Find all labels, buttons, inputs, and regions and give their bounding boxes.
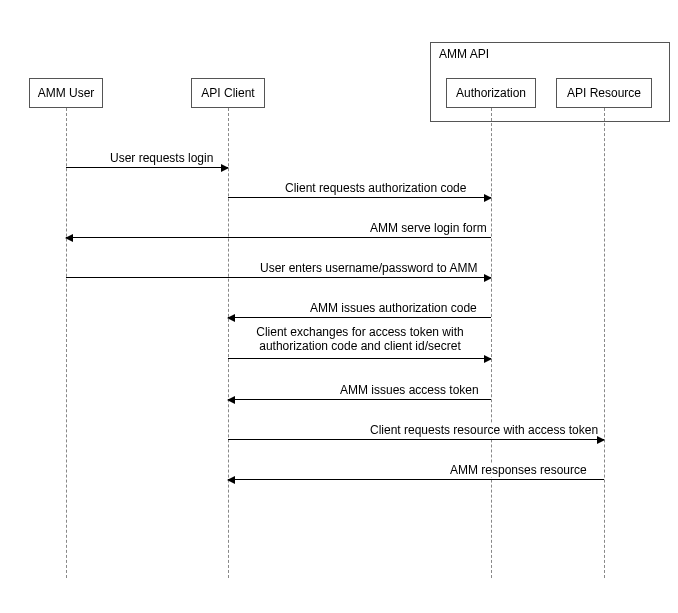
msg-2: Client requests authorization code [285,181,466,195]
sequence-diagram: AMM API AMM User API Client Authorizatio… [0,0,678,613]
arrow-1 [66,167,228,168]
lifeline-user [66,108,67,578]
msg-6: Client exchanges for access token with a… [240,325,480,354]
participant-auth: Authorization [446,78,536,108]
participant-user-label: AMM User [38,86,95,100]
participant-resource-label: API Resource [567,86,641,100]
lifeline-client [228,108,229,578]
arrow-5 [228,317,491,318]
lifeline-auth [491,108,492,578]
participant-client-label: API Client [201,86,254,100]
arrow-4 [66,277,491,278]
arrow-6 [228,358,491,359]
arrow-9 [228,479,604,480]
arrow-7 [228,399,491,400]
msg-3: AMM serve login form [370,221,487,235]
participant-client: API Client [191,78,265,108]
api-frame-title: AMM API [439,47,489,61]
arrow-3 [66,237,491,238]
participant-auth-label: Authorization [456,86,526,100]
arrow-2 [228,197,491,198]
msg-5: AMM issues authorization code [310,301,477,315]
lifeline-resource [604,108,605,578]
participant-user: AMM User [29,78,103,108]
arrow-8 [228,439,604,440]
msg-4: User enters username/password to AMM [260,261,477,275]
msg-1: User requests login [110,151,213,165]
msg-9: AMM responses resource [450,463,587,477]
msg-8: Client requests resource with access tok… [370,423,598,437]
participant-resource: API Resource [556,78,652,108]
msg-7: AMM issues access token [340,383,479,397]
